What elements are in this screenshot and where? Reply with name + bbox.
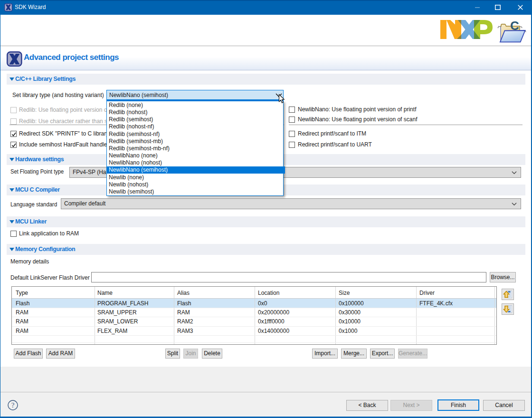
svg-text:?: ? <box>11 401 15 409</box>
